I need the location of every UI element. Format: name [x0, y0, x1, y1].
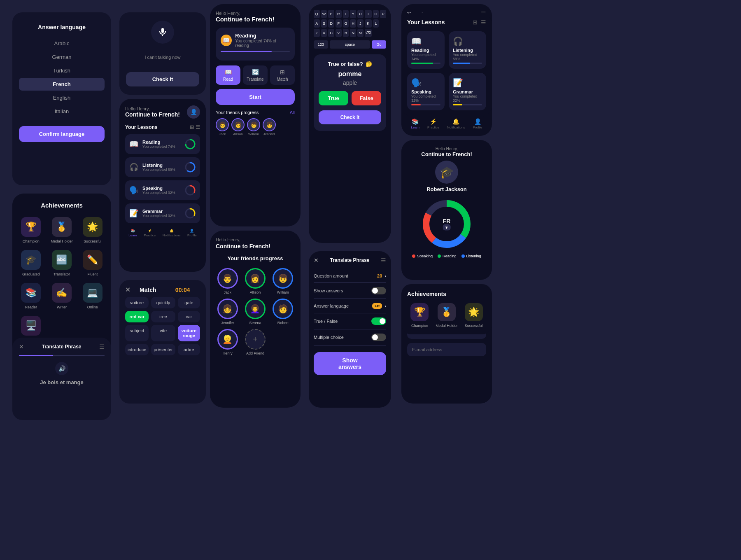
key-q[interactable]: Q: [314, 10, 320, 18]
check-it-button[interactable]: Check it: [126, 72, 199, 86]
key-m[interactable]: M: [357, 29, 364, 37]
friends-all-link[interactable]: All: [290, 110, 295, 115]
key-y[interactable]: Y: [350, 10, 356, 18]
lesson-right-grammar[interactable]: 📝 Grammar You completed 32%: [449, 73, 486, 110]
chart-dropdown[interactable]: ▾: [443, 224, 451, 231]
tab-match[interactable]: ⊞ Match: [270, 65, 295, 85]
key-t[interactable]: T: [343, 10, 349, 18]
nav-notifications[interactable]: 🔔 Notifications: [163, 229, 181, 237]
menu2-icon[interactable]: ☰: [196, 124, 200, 130]
key-a[interactable]: A: [314, 19, 320, 28]
mic-button[interactable]: [151, 21, 174, 44]
word-subject[interactable]: subject: [125, 325, 149, 341]
key-g[interactable]: G: [343, 19, 349, 28]
nav-profile[interactable]: 👤 Profile: [187, 229, 197, 237]
key-k[interactable]: K: [365, 19, 372, 28]
word-arbre[interactable]: arbre: [178, 344, 200, 355]
key-r[interactable]: R: [336, 10, 342, 18]
word-voiture[interactable]: voiture: [125, 297, 149, 308]
tf-true-button[interactable]: True: [319, 91, 348, 105]
key-j[interactable]: J: [357, 19, 364, 28]
hello-lesson-grammar[interactable]: 📝 Grammar You completed 32%: [125, 203, 200, 223]
word-red-car[interactable]: red car: [125, 311, 149, 322]
nav-learn[interactable]: 📚 Learn: [411, 118, 419, 129]
true-false-toggle[interactable]: [371, 317, 386, 325]
word-gate[interactable]: gate: [178, 297, 200, 308]
word-tree[interactable]: tree: [151, 311, 175, 322]
ach-right-successful[interactable]: 🌟 Successful: [465, 303, 483, 328]
key-p[interactable]: P: [380, 10, 386, 18]
key-z[interactable]: Z: [314, 29, 320, 37]
lang-german[interactable]: German: [19, 51, 105, 63]
nav-practice[interactable]: ⚡ Practice: [144, 229, 156, 237]
key-backspace[interactable]: ⌫: [365, 29, 372, 37]
word-vite[interactable]: vite: [151, 325, 175, 341]
menu3-icon[interactable]: ☰: [481, 19, 486, 26]
hello-lesson-reading[interactable]: 📖 Reading You completed 74%: [125, 134, 200, 154]
email-input[interactable]: [407, 343, 486, 356]
key-h[interactable]: H: [350, 19, 356, 28]
ach-translator[interactable]: 🔤 Translator: [50, 250, 74, 276]
key-space[interactable]: space: [330, 40, 370, 49]
word-quickly[interactable]: quickly: [151, 297, 175, 308]
key-s[interactable]: S: [321, 19, 327, 28]
lesson-right-speaking[interactable]: 🗣️ Speaking You completed 32%: [407, 73, 445, 110]
ach-right-medal[interactable]: 🥇 Medal Holder: [436, 303, 458, 328]
speaker-button[interactable]: 🔊: [55, 362, 68, 375]
key-w[interactable]: W: [321, 10, 327, 18]
nav-practice[interactable]: ⚡ Practice: [427, 118, 439, 129]
show-answers-toggle[interactable]: [371, 287, 386, 294]
lang-english[interactable]: English: [19, 91, 105, 104]
ach-right-champion[interactable]: 🏆 Champion: [410, 303, 429, 328]
word-introduce[interactable]: introduce: [125, 344, 149, 355]
ach-writer[interactable]: ✍️ Writer: [50, 283, 74, 309]
word-presenter[interactable]: présenter: [151, 344, 175, 355]
tab-read[interactable]: 📖 Read: [216, 65, 240, 85]
hello-lesson-listening[interactable]: 🎧 Listening You completed 59%: [125, 157, 200, 177]
key-e[interactable]: E: [328, 10, 334, 18]
ach-online[interactable]: 💻 Online: [80, 283, 105, 309]
confirm-language-button[interactable]: Confirm language: [19, 126, 105, 142]
lang-turkish[interactable]: Turkish: [19, 64, 105, 77]
ach-successful[interactable]: 🌟 Successful: [80, 217, 105, 243]
ts-menu-icon[interactable]: ☰: [381, 257, 386, 264]
arrow-right-icon[interactable]: ›: [384, 273, 386, 278]
key-n[interactable]: N: [350, 29, 356, 37]
key-b[interactable]: B: [343, 29, 349, 37]
nav-learn[interactable]: 📚 Learn: [128, 229, 137, 237]
lang-french[interactable]: French: [19, 78, 105, 91]
start-button[interactable]: Start: [216, 89, 295, 105]
show-answers-button[interactable]: Show answers: [314, 352, 386, 375]
tf-check-button[interactable]: Check it: [319, 110, 381, 124]
key-x[interactable]: X: [321, 29, 327, 37]
lang-arabic[interactable]: Arabic: [19, 37, 105, 50]
match-close-button[interactable]: ✕: [125, 286, 130, 294]
ach-reader[interactable]: 📚 Reader: [19, 283, 43, 309]
lesson-right-reading[interactable]: 📖 Reading You completed 74%: [407, 31, 445, 69]
lang-italian[interactable]: Italian: [19, 105, 105, 118]
ach-champion[interactable]: 🏆 Champion: [19, 217, 43, 243]
arrow-right2-icon[interactable]: ›: [384, 303, 386, 308]
key-u[interactable]: U: [357, 10, 364, 18]
add-friend[interactable]: + Add Friend: [243, 329, 267, 355]
hello-lesson-speaking[interactable]: 🗣️ Speaking You completed 32%: [125, 180, 200, 200]
ach-graduated[interactable]: 🎓 Graduated: [19, 250, 43, 276]
ach-medal-holder[interactable]: 🥇 Medal Holder: [50, 217, 74, 243]
key-go[interactable]: Go: [372, 40, 386, 49]
multiple-choice-toggle[interactable]: [371, 334, 386, 341]
key-d[interactable]: D: [328, 19, 334, 28]
key-c[interactable]: C: [328, 29, 334, 37]
key-l[interactable]: L: [373, 19, 379, 28]
key-123[interactable]: 123: [314, 40, 328, 49]
key-o[interactable]: O: [373, 10, 379, 18]
translate-small-close[interactable]: ✕: [19, 343, 24, 350]
tf-false-button[interactable]: False: [352, 91, 381, 105]
nav-profile[interactable]: 👤 Profile: [473, 118, 482, 129]
ts-small-menu-icon[interactable]: ☰: [99, 343, 105, 350]
key-f[interactable]: F: [336, 19, 342, 28]
ts-close-button[interactable]: ✕: [314, 257, 319, 264]
grid3-icon[interactable]: ⊞: [473, 19, 478, 26]
word-car[interactable]: car: [178, 311, 200, 322]
tab-translate[interactable]: 🔄 Translate: [243, 65, 268, 85]
word-voiture-rouge[interactable]: voiture rouge: [178, 325, 200, 341]
